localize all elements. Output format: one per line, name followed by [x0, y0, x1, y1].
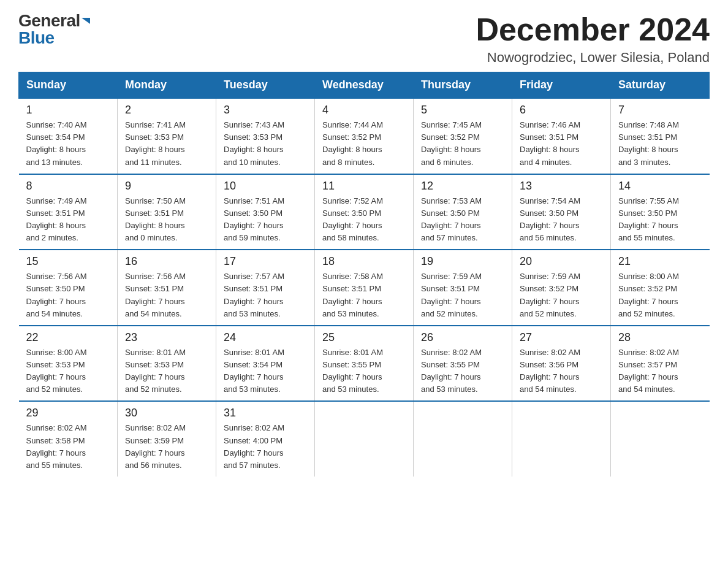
day-number: 7	[618, 104, 702, 117]
day-number: 2	[125, 104, 208, 117]
day-info: Sunrise: 7:40 AMSunset: 3:54 PMDaylight:…	[26, 119, 110, 169]
header-friday: Friday	[512, 72, 611, 99]
day-info: Sunrise: 8:02 AMSunset: 3:56 PMDaylight:…	[520, 347, 603, 396]
day-info: Sunrise: 7:43 AMSunset: 3:53 PMDaylight:…	[224, 119, 307, 169]
calendar-cell: 24Sunrise: 8:01 AMSunset: 3:54 PMDayligh…	[216, 326, 315, 402]
day-info: Sunrise: 7:59 AMSunset: 3:52 PMDaylight:…	[520, 270, 603, 320]
day-number: 1	[26, 104, 110, 117]
day-number: 30	[125, 407, 208, 419]
day-info: Sunrise: 8:00 AMSunset: 3:53 PMDaylight:…	[26, 347, 110, 396]
day-info: Sunrise: 7:45 AMSunset: 3:52 PMDaylight:…	[421, 119, 504, 169]
calendar-cell: 29Sunrise: 8:02 AMSunset: 3:58 PMDayligh…	[19, 401, 118, 477]
logo: General Blue	[18, 12, 90, 47]
day-number: 22	[26, 331, 110, 344]
day-number: 25	[322, 331, 406, 344]
calendar-cell: 26Sunrise: 8:02 AMSunset: 3:55 PMDayligh…	[414, 326, 512, 402]
calendar-cell: 16Sunrise: 7:56 AMSunset: 3:51 PMDayligh…	[118, 250, 216, 326]
day-number: 21	[618, 255, 702, 268]
calendar-cell: 12Sunrise: 7:53 AMSunset: 3:50 PMDayligh…	[414, 174, 512, 250]
day-number: 29	[26, 407, 110, 419]
calendar-week-row: 22Sunrise: 8:00 AMSunset: 3:53 PMDayligh…	[19, 326, 710, 402]
day-number: 15	[26, 255, 110, 268]
day-info: Sunrise: 7:54 AMSunset: 3:50 PMDaylight:…	[520, 195, 603, 245]
day-number: 12	[421, 180, 504, 193]
day-info: Sunrise: 7:50 AMSunset: 3:51 PMDaylight:…	[125, 195, 208, 245]
day-number: 3	[224, 104, 307, 117]
day-number: 11	[322, 180, 406, 193]
day-number: 9	[125, 180, 208, 193]
day-info: Sunrise: 7:58 AMSunset: 3:51 PMDaylight:…	[322, 270, 406, 320]
header-tuesday: Tuesday	[216, 72, 315, 99]
calendar-cell: 23Sunrise: 8:01 AMSunset: 3:53 PMDayligh…	[118, 326, 216, 402]
day-info: Sunrise: 7:49 AMSunset: 3:51 PMDaylight:…	[26, 195, 110, 245]
calendar-cell: 1Sunrise: 7:40 AMSunset: 3:54 PMDaylight…	[19, 98, 118, 174]
calendar-cell: 18Sunrise: 7:58 AMSunset: 3:51 PMDayligh…	[315, 250, 414, 326]
day-info: Sunrise: 7:55 AMSunset: 3:50 PMDaylight:…	[618, 195, 702, 245]
header-monday: Monday	[118, 72, 216, 99]
day-number: 10	[224, 180, 307, 193]
calendar-cell: 13Sunrise: 7:54 AMSunset: 3:50 PMDayligh…	[512, 174, 611, 250]
calendar-cell	[512, 401, 611, 477]
calendar-cell: 27Sunrise: 8:02 AMSunset: 3:56 PMDayligh…	[512, 326, 611, 402]
header-wednesday: Wednesday	[315, 72, 414, 99]
header-thursday: Thursday	[414, 72, 512, 99]
day-number: 4	[322, 104, 406, 117]
day-info: Sunrise: 8:02 AMSunset: 3:55 PMDaylight:…	[421, 347, 504, 396]
calendar-title: December 2024	[476, 12, 710, 47]
day-info: Sunrise: 7:53 AMSunset: 3:50 PMDaylight:…	[421, 195, 504, 245]
day-number: 31	[224, 407, 307, 419]
calendar-cell: 22Sunrise: 8:00 AMSunset: 3:53 PMDayligh…	[19, 326, 118, 402]
day-info: Sunrise: 7:56 AMSunset: 3:50 PMDaylight:…	[26, 270, 110, 320]
calendar-cell: 3Sunrise: 7:43 AMSunset: 3:53 PMDaylight…	[216, 98, 315, 174]
day-info: Sunrise: 7:44 AMSunset: 3:52 PMDaylight:…	[322, 119, 406, 169]
day-number: 27	[520, 331, 603, 344]
calendar-cell: 5Sunrise: 7:45 AMSunset: 3:52 PMDaylight…	[414, 98, 512, 174]
calendar-cell: 8Sunrise: 7:49 AMSunset: 3:51 PMDaylight…	[19, 174, 118, 250]
calendar-cell: 10Sunrise: 7:51 AMSunset: 3:50 PMDayligh…	[216, 174, 315, 250]
calendar-cell: 19Sunrise: 7:59 AMSunset: 3:51 PMDayligh…	[414, 250, 512, 326]
calendar-cell: 11Sunrise: 7:52 AMSunset: 3:50 PMDayligh…	[315, 174, 414, 250]
day-info: Sunrise: 7:51 AMSunset: 3:50 PMDaylight:…	[224, 195, 307, 245]
day-info: Sunrise: 7:52 AMSunset: 3:50 PMDaylight:…	[322, 195, 406, 245]
day-number: 14	[618, 180, 702, 193]
day-info: Sunrise: 7:56 AMSunset: 3:51 PMDaylight:…	[125, 270, 208, 320]
day-number: 17	[224, 255, 307, 268]
page-header: General Blue December 2024 Nowogrodziec,…	[18, 12, 710, 66]
day-info: Sunrise: 7:41 AMSunset: 3:53 PMDaylight:…	[125, 119, 208, 169]
calendar-cell: 21Sunrise: 8:00 AMSunset: 3:52 PMDayligh…	[611, 250, 710, 326]
day-number: 8	[26, 180, 110, 193]
day-info: Sunrise: 8:02 AMSunset: 3:59 PMDaylight:…	[125, 422, 208, 472]
calendar-cell: 2Sunrise: 7:41 AMSunset: 3:53 PMDaylight…	[118, 98, 216, 174]
calendar-cell: 25Sunrise: 8:01 AMSunset: 3:55 PMDayligh…	[315, 326, 414, 402]
title-area: December 2024 Nowogrodziec, Lower Silesi…	[476, 12, 710, 66]
calendar-week-row: 29Sunrise: 8:02 AMSunset: 3:58 PMDayligh…	[19, 401, 710, 477]
calendar-cell: 30Sunrise: 8:02 AMSunset: 3:59 PMDayligh…	[118, 401, 216, 477]
calendar-cell	[414, 401, 512, 477]
day-info: Sunrise: 7:46 AMSunset: 3:51 PMDaylight:…	[520, 119, 603, 169]
day-number: 19	[421, 255, 504, 268]
logo-blue: Blue	[18, 29, 55, 47]
day-info: Sunrise: 8:02 AMSunset: 4:00 PMDaylight:…	[224, 422, 307, 472]
calendar-week-row: 15Sunrise: 7:56 AMSunset: 3:50 PMDayligh…	[19, 250, 710, 326]
calendar-cell: 15Sunrise: 7:56 AMSunset: 3:50 PMDayligh…	[19, 250, 118, 326]
calendar-cell: 20Sunrise: 7:59 AMSunset: 3:52 PMDayligh…	[512, 250, 611, 326]
calendar-cell	[315, 401, 414, 477]
day-number: 5	[421, 104, 504, 117]
day-info: Sunrise: 8:02 AMSunset: 3:58 PMDaylight:…	[26, 422, 110, 472]
day-number: 28	[618, 331, 702, 344]
day-number: 16	[125, 255, 208, 268]
day-info: Sunrise: 7:59 AMSunset: 3:51 PMDaylight:…	[421, 270, 504, 320]
day-info: Sunrise: 8:01 AMSunset: 3:55 PMDaylight:…	[322, 347, 406, 396]
day-info: Sunrise: 8:00 AMSunset: 3:52 PMDaylight:…	[618, 270, 702, 320]
calendar-cell: 4Sunrise: 7:44 AMSunset: 3:52 PMDaylight…	[315, 98, 414, 174]
day-info: Sunrise: 8:01 AMSunset: 3:53 PMDaylight:…	[125, 347, 208, 396]
day-number: 18	[322, 255, 406, 268]
calendar-cell: 17Sunrise: 7:57 AMSunset: 3:51 PMDayligh…	[216, 250, 315, 326]
calendar-cell: 7Sunrise: 7:48 AMSunset: 3:51 PMDaylight…	[611, 98, 710, 174]
calendar-subtitle: Nowogrodziec, Lower Silesia, Poland	[476, 50, 710, 66]
header-saturday: Saturday	[611, 72, 710, 99]
calendar-cell: 28Sunrise: 8:02 AMSunset: 3:57 PMDayligh…	[611, 326, 710, 402]
calendar-cell: 6Sunrise: 7:46 AMSunset: 3:51 PMDaylight…	[512, 98, 611, 174]
calendar-cell: 31Sunrise: 8:02 AMSunset: 4:00 PMDayligh…	[216, 401, 315, 477]
calendar-week-row: 1Sunrise: 7:40 AMSunset: 3:54 PMDaylight…	[19, 98, 710, 174]
